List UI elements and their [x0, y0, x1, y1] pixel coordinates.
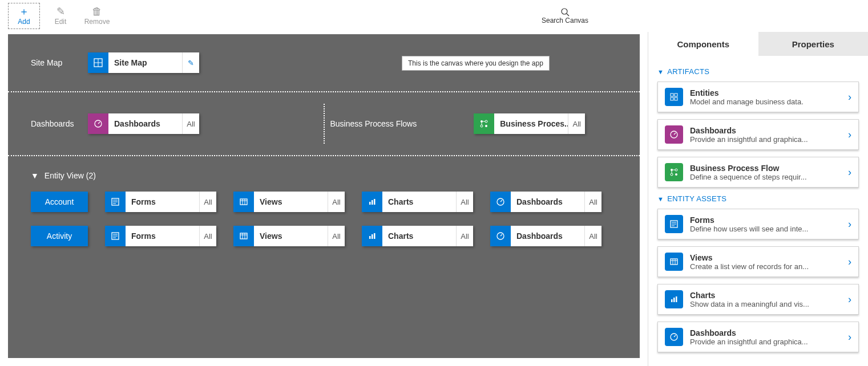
component-card-dashboards[interactable]: DashboardsProvide an insightful and grap… [657, 322, 859, 352]
edit-button[interactable]: ✎ Edit [45, 3, 76, 29]
asset-tile-charts[interactable]: ChartsAll [362, 226, 473, 246]
asset-all-action[interactable]: All [456, 192, 473, 212]
caret-down-icon: ▼ [31, 171, 39, 180]
bpf-tile[interactable]: Business Proces... All [474, 113, 585, 134]
svg-point-46 [675, 169, 677, 171]
section-sitemap: Site Map Site Map ✎ [8, 34, 640, 92]
sitemap-row-label: Site Map [31, 58, 88, 67]
asset-tile-label: Forms [126, 192, 199, 212]
asset-all-action[interactable]: All [199, 192, 216, 212]
asset-tile-views[interactable]: ViewsAll [233, 192, 345, 212]
canvas-wrap: This is the canvas where you design the … [0, 32, 648, 366]
card-title: Dashboards [690, 126, 848, 135]
component-card-forms[interactable]: FormsDefine how users will see and inte.… [657, 209, 859, 239]
flow-icon [474, 113, 494, 134]
asset-tile-dashboards[interactable]: DashboardsAll [490, 226, 601, 246]
entity-row: AccountFormsAllViewsAllChartsAllDashboar… [31, 192, 617, 212]
add-button[interactable]: ＋ Add [8, 3, 40, 29]
svg-rect-39 [671, 93, 673, 96]
svg-rect-23 [374, 199, 376, 205]
asset-tile-label: Charts [382, 226, 456, 246]
chevron-right-icon: › [848, 129, 851, 141]
dashboards-row-label: Dashboards [31, 119, 88, 128]
remove-button[interactable]: 🗑 Remove [81, 3, 113, 29]
search-icon [560, 7, 570, 17]
svg-rect-40 [675, 93, 677, 96]
svg-rect-42 [675, 97, 677, 100]
component-card-entities[interactable]: EntitiesModel and manage business data.› [657, 82, 859, 112]
component-card-views[interactable]: ViewsCreate a list view of records for a… [657, 246, 859, 277]
svg-line-1 [567, 14, 569, 16]
asset-tile-label: Charts [382, 192, 456, 212]
asset-tile-views[interactable]: ViewsAll [233, 226, 345, 246]
dashboards-tile[interactable]: Dashboards All [88, 113, 199, 134]
chart-icon [362, 192, 382, 212]
card-text: EntitiesModel and manage business data. [690, 88, 848, 106]
svg-rect-21 [369, 202, 371, 205]
pencil-icon: ✎ [188, 59, 194, 67]
svg-rect-60 [673, 298, 675, 302]
asset-all-action[interactable]: All [584, 226, 601, 246]
card-desc: Show data in a meaningful and vis... [690, 300, 848, 308]
card-title: Charts [690, 291, 848, 300]
trash-icon: 🗑 [92, 6, 102, 17]
toolbar: ＋ Add ✎ Edit 🗑 Remove Search Canvas [0, 0, 868, 32]
tab-components[interactable]: Components [648, 32, 758, 56]
svg-point-48 [675, 173, 677, 176]
svg-point-7 [481, 120, 483, 123]
entity-tile[interactable]: Account [31, 192, 88, 212]
card-text: DashboardsProvide an insightful and grap… [690, 328, 848, 346]
sitemap-tile-label: Site Map [108, 52, 182, 73]
asset-all-action[interactable]: All [328, 192, 345, 212]
section-dashboards-bpf: Dashboards Dashboards All Business Proce… [8, 92, 640, 156]
chevron-right-icon: › [848, 166, 851, 178]
svg-rect-30 [240, 233, 247, 239]
gauge-icon [88, 113, 108, 134]
asset-tile-charts[interactable]: ChartsAll [362, 192, 473, 212]
chevron-right-icon: › [848, 256, 851, 268]
svg-point-8 [485, 120, 487, 123]
bpf-tile-label: Business Proces... [494, 113, 568, 134]
main-layout: This is the canvas where you design the … [0, 32, 868, 366]
component-card-charts[interactable]: ChartsShow data in a meaningful and vis.… [657, 284, 859, 315]
card-desc: Define how users will see and inte... [690, 225, 848, 233]
entity-row: ActivityFormsAllViewsAllChartsAllDashboa… [31, 226, 617, 246]
gauge-icon [490, 192, 511, 212]
chevron-right-icon: › [848, 294, 851, 306]
gauge-icon [665, 328, 683, 346]
entity-tile[interactable]: Activity [31, 226, 88, 246]
group-artifacts-header[interactable]: ▼ ARTIFACTS [657, 67, 859, 76]
component-card-dashboards[interactable]: DashboardsProvide an insightful and grap… [657, 119, 859, 150]
chevron-right-icon: › [848, 91, 851, 103]
svg-rect-22 [372, 200, 373, 205]
asset-tile-forms[interactable]: FormsAll [105, 226, 216, 246]
bpf-all-action[interactable]: All [568, 113, 585, 134]
asset-tile-forms[interactable]: FormsAll [105, 192, 216, 212]
divider [324, 104, 325, 144]
dashboards-all-action[interactable]: All [182, 113, 199, 134]
canvas[interactable]: This is the canvas where you design the … [8, 34, 640, 358]
form-icon [105, 192, 126, 212]
asset-all-action[interactable]: All [199, 226, 216, 246]
card-title: Business Process Flow [690, 164, 848, 173]
group-entity-assets-header[interactable]: ▼ ENTITY ASSETS [657, 194, 859, 203]
search-canvas-button[interactable]: Search Canvas [542, 7, 588, 25]
gauge-icon [665, 125, 683, 144]
card-text: ChartsShow data in a meaningful and vis.… [690, 291, 848, 308]
entity-view-header[interactable]: ▼ Entity View (2) [31, 171, 617, 180]
tab-properties[interactable]: Properties [758, 32, 869, 56]
sitemap-edit-action[interactable]: ✎ [182, 52, 199, 73]
view-icon [665, 253, 683, 271]
caret-down-icon: ▼ [657, 196, 664, 202]
gauge-icon [490, 226, 511, 246]
asset-all-action[interactable]: All [456, 226, 473, 246]
asset-tile-dashboards[interactable]: DashboardsAll [490, 192, 601, 212]
asset-all-action[interactable]: All [584, 192, 601, 212]
svg-point-9 [481, 125, 483, 127]
asset-all-action[interactable]: All [328, 226, 345, 246]
asset-tile-label: Views [254, 226, 328, 246]
svg-line-63 [674, 335, 676, 337]
sitemap-icon [88, 52, 108, 73]
component-card-business-process-flow[interactable]: Business Process FlowDefine a sequence o… [657, 157, 859, 188]
sitemap-tile[interactable]: Site Map ✎ [88, 52, 199, 73]
